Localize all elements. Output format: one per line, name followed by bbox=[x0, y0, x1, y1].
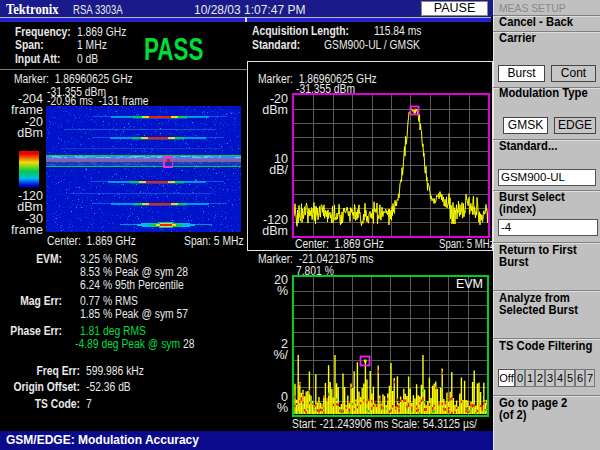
svg-text:EVM: EVM bbox=[456, 277, 483, 291]
